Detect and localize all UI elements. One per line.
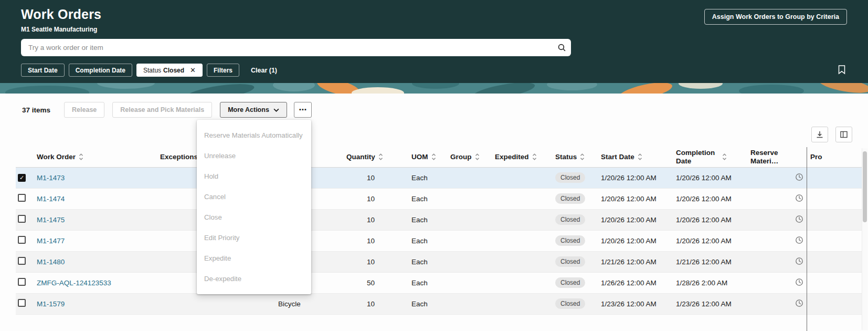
clock-icon xyxy=(795,215,803,223)
sort-icon xyxy=(532,153,537,161)
cell-quantity: 10 xyxy=(346,293,399,314)
row-checkbox[interactable] xyxy=(18,278,26,286)
page-subtitle: M1 Seattle Manufacturing xyxy=(21,26,97,33)
column-header-quantity[interactable]: Quantity xyxy=(346,147,399,167)
cell-completion-date: 1/28/26 2:00 AM xyxy=(674,272,748,293)
download-icon xyxy=(816,130,824,139)
work-order-link[interactable]: M1-1474 xyxy=(37,195,65,203)
cell-pro xyxy=(807,272,862,293)
cell-status: Closed xyxy=(546,188,598,209)
filter-chip-row: Start Date Completion Date Status Closed… xyxy=(21,64,277,77)
cell-start-date: 1/20/26 12:00 AM xyxy=(598,230,674,251)
cell-pro xyxy=(807,251,862,272)
clock-icon xyxy=(795,236,803,244)
bookmark-icon[interactable] xyxy=(838,65,846,77)
sort-icon xyxy=(722,153,727,161)
column-header-reserve_materials: Reserve Materi… xyxy=(748,147,807,167)
cell-uom: Each xyxy=(399,251,443,272)
column-header-status[interactable]: Status xyxy=(546,147,598,167)
table-row: M1-147510EachClosed1/20/26 12:00 AM1/20/… xyxy=(16,209,862,230)
cell-quantity: 10 xyxy=(346,230,399,251)
more-actions-button[interactable]: More Actions xyxy=(220,102,287,118)
cell-completion-date: 1/20/26 12:00 AM xyxy=(674,230,748,251)
column-header-uom[interactable]: UOM xyxy=(399,147,443,167)
cell-pro xyxy=(807,293,862,314)
cell-expedited xyxy=(491,188,546,209)
menu-item-close[interactable]: Close xyxy=(197,207,311,227)
download-button[interactable] xyxy=(811,127,828,142)
scrollbar-thumb[interactable] xyxy=(863,151,867,222)
work-order-link[interactable]: M1-1477 xyxy=(37,237,65,245)
cell-status: Closed xyxy=(546,293,598,314)
release-and-pick-button[interactable]: Release and Pick Materials xyxy=(112,102,212,118)
cell-start-date: 1/23/26 12:00 AM xyxy=(598,293,674,314)
menu-item-hold[interactable]: Hold xyxy=(197,166,311,187)
table-wrap: Work OrderExceptionsItemQuantityUOMGroup… xyxy=(16,147,862,315)
column-header-work_order[interactable]: Work Order xyxy=(37,147,160,167)
row-checkbox[interactable] xyxy=(18,194,26,202)
cell-group xyxy=(443,188,491,209)
cell-expedited xyxy=(491,209,546,230)
main-content: 37 items Release Release and Pick Materi… xyxy=(0,94,868,331)
chip-status-value: Closed xyxy=(163,67,184,74)
cell-reserve-materials xyxy=(748,167,807,188)
assign-work-orders-button[interactable]: Assign Work Orders to Group by Criteria xyxy=(704,9,847,25)
sort-icon xyxy=(431,153,436,161)
clear-filters-link[interactable]: Clear (1) xyxy=(251,67,277,74)
cell-completion-date: 1/20/26 12:00 AM xyxy=(674,167,748,188)
cell-group xyxy=(443,230,491,251)
table-row: M1-147710EachClosed1/20/26 12:00 AM1/20/… xyxy=(16,230,862,251)
work-order-link[interactable]: M1-1475 xyxy=(37,216,65,224)
work-order-link[interactable]: M1-1480 xyxy=(37,258,65,266)
table-row: M1-1579Bicycle10EachClosed1/23/26 12:00 … xyxy=(16,293,862,314)
overflow-menu-button[interactable]: ⋯ xyxy=(294,102,312,118)
toolbar: 37 items Release Release and Pick Materi… xyxy=(22,102,312,118)
column-pin-divider xyxy=(807,147,807,331)
column-header-completion_date[interactable]: Completion Date xyxy=(674,147,748,167)
row-checkbox[interactable] xyxy=(18,215,26,223)
work-order-link[interactable]: M1-1579 xyxy=(37,300,65,308)
status-badge: Closed xyxy=(555,277,585,288)
row-checkbox[interactable] xyxy=(18,236,26,244)
cell-start-date: 1/21/26 12:00 AM xyxy=(598,251,674,272)
release-button[interactable]: Release xyxy=(64,102,104,118)
vertical-scrollbar[interactable] xyxy=(862,148,867,330)
row-checkbox[interactable] xyxy=(18,299,26,307)
search-icon[interactable] xyxy=(552,43,571,52)
more-actions-menu: Reserve Materials AutomaticallyUnrelease… xyxy=(197,120,311,294)
manage-columns-button[interactable] xyxy=(835,127,852,142)
menu-item-reserve-materials-automatically[interactable]: Reserve Materials Automatically xyxy=(197,125,311,146)
menu-item-cancel[interactable]: Cancel xyxy=(197,187,311,207)
work-order-link[interactable]: M1-1473 xyxy=(37,174,65,182)
cell-start-date: 1/26/26 12:00 AM xyxy=(598,272,674,293)
work-order-link[interactable]: ZMFG-AQL-124123533 xyxy=(37,279,111,287)
menu-item-unrelease[interactable]: Unrelease xyxy=(197,146,311,166)
cell-start-date: 1/20/26 12:00 AM xyxy=(598,209,674,230)
menu-item-expedite[interactable]: Expedite xyxy=(197,248,311,268)
close-icon[interactable]: ✕ xyxy=(190,66,196,74)
row-checkbox[interactable]: ✓ xyxy=(18,174,26,182)
filters-button[interactable]: Filters xyxy=(207,64,239,77)
chip-status-closed[interactable]: Status Closed ✕ xyxy=(136,64,203,77)
column-header-start_date[interactable]: Start Date xyxy=(598,147,674,167)
menu-item-edit-priority[interactable]: Edit Priority xyxy=(197,227,311,248)
cell-status: Closed xyxy=(546,209,598,230)
menu-item-de-expedite[interactable]: De-expedite xyxy=(197,268,311,289)
row-checkbox[interactable] xyxy=(18,257,26,265)
cell-expedited xyxy=(491,251,546,272)
cell-completion-date: 1/23/26 12:00 AM xyxy=(674,293,748,314)
cell-uom: Each xyxy=(399,293,443,314)
sort-icon xyxy=(638,153,642,161)
status-badge: Closed xyxy=(555,298,585,309)
status-badge: Closed xyxy=(555,214,585,225)
cell-group xyxy=(443,251,491,272)
column-header-expedited[interactable]: Expedited xyxy=(491,147,546,167)
chip-start-date[interactable]: Start Date xyxy=(21,64,65,77)
clock-icon xyxy=(795,278,803,286)
chip-completion-date[interactable]: Completion Date xyxy=(69,64,132,77)
column-header-group[interactable]: Group xyxy=(443,147,491,167)
search-input[interactable] xyxy=(21,44,552,51)
cell-reserve-materials xyxy=(748,230,807,251)
status-badge: Closed xyxy=(555,193,585,204)
sort-icon xyxy=(580,153,585,161)
